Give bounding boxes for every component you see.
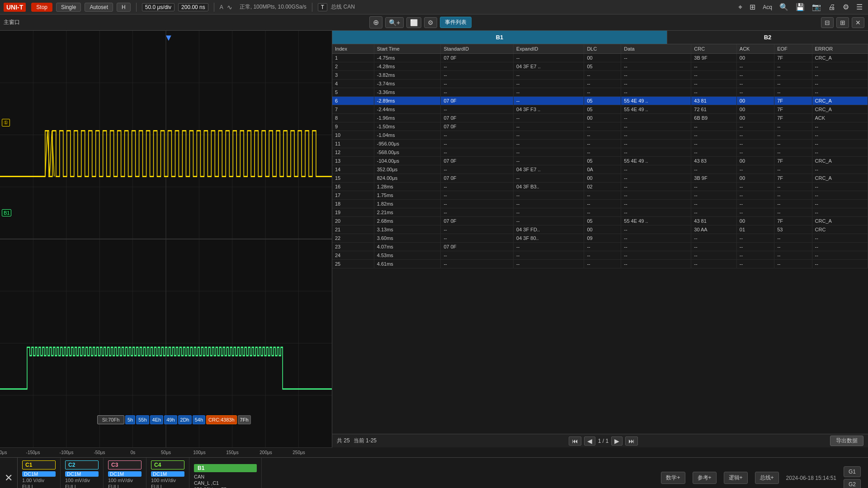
cursor-icon[interactable]: ⌖ — [736, 2, 744, 12]
table-row[interactable]: 3-3.82ms---------------- — [332, 71, 868, 80]
table-row[interactable]: 171.75ms---------------- — [332, 191, 868, 200]
prev-page-btn[interactable]: ◀ — [584, 436, 595, 446]
table-row[interactable]: 10-1.04ms---------------- — [332, 131, 868, 140]
camera-icon[interactable]: 📷 — [810, 2, 823, 12]
table-cell: -- — [691, 80, 737, 88]
table-cell: -3.82ms — [374, 71, 441, 80]
channel-label: A — [220, 4, 223, 10]
table-cell: 12 — [332, 148, 374, 157]
table-row[interactable]: 4-3.74ms---------------- — [332, 80, 868, 88]
channel-b1-info[interactable]: B1 CAN CAN_L ,C1 250.00kbps 75 — [189, 458, 262, 488]
table-row[interactable]: 223.60ms--04 3F 80..09---------- — [332, 234, 868, 243]
table-footer: 共 25 当前 1-25 ⏮ ◀ 1 / 1 ▶ ⏭ 导出数据 — [332, 434, 868, 447]
table-row[interactable]: 13-104.00μs07 0F--0555 4E 49 ..43 83007F… — [332, 157, 868, 165]
h-button[interactable]: H — [117, 3, 131, 12]
cursor-tool-btn[interactable]: ⊕ — [369, 16, 382, 28]
table-cell: -- — [736, 80, 774, 88]
window-max-btn[interactable]: ⊞ — [836, 17, 849, 28]
ref-plus-btn[interactable]: 参考+ — [693, 472, 717, 484]
table-row[interactable]: 181.82ms---------------- — [332, 200, 868, 208]
table-cell: 2.21ms — [374, 208, 441, 217]
channel-c4-info[interactable]: C4 DC1M 100 mV/div FULL 1X — [146, 458, 189, 488]
table-row[interactable]: 192.21ms---------------- — [332, 208, 868, 217]
table-cell: -- — [441, 200, 514, 208]
table-row[interactable]: 161.28ms--04 3F B3..02---------- — [332, 183, 868, 191]
math-plus-btn[interactable]: 数学+ — [661, 472, 685, 484]
last-page-btn[interactable]: ⏭ — [625, 436, 638, 446]
table-row[interactable]: 2-4.28ms--04 3F E7 ..05---------- — [332, 62, 868, 71]
g1-btn[interactable]: G1 — [844, 466, 861, 477]
table-row[interactable]: 12-568.00μs---------------- — [332, 148, 868, 157]
table-row[interactable]: 202.68ms07 0F--0555 4E 49 ..43 81007FCRC… — [332, 217, 868, 225]
table-cell: 23 — [332, 243, 374, 251]
settings-icon[interactable]: ⚙ — [841, 2, 851, 12]
acq-button[interactable]: Acq — [761, 3, 774, 11]
channel-c2-info[interactable]: C2 DC1M 100 mV/div FULL 1X — [61, 458, 104, 488]
table-cell: -2.89ms — [374, 97, 441, 105]
first-page-btn[interactable]: ⏮ — [569, 436, 581, 446]
table-cell: 55 4E 49 .. — [621, 97, 691, 105]
measure-icon[interactable]: ⊞ — [748, 2, 757, 12]
window-close-btn[interactable]: ✕ — [852, 17, 864, 28]
time-div-value[interactable]: 50.0 μs/div — [142, 3, 175, 11]
autoset-button[interactable]: Autoset — [85, 3, 113, 12]
save-icon[interactable]: 💾 — [794, 2, 807, 12]
table-cell: -- — [691, 208, 737, 217]
table-row[interactable]: 213.13ms--04 3F FD..00--30 AA0153CRC — [332, 225, 868, 234]
event-table-button[interactable]: 事件列表 — [440, 17, 472, 28]
single-button[interactable]: Single — [56, 3, 81, 12]
table-row[interactable]: 11-956.00μs---------------- — [332, 140, 868, 148]
table-cell: -956.00μs — [374, 140, 441, 148]
table-cell: 4.07ms — [374, 243, 441, 251]
time-value[interactable]: 200.00 ns — [178, 3, 208, 11]
table-cell: 00 — [736, 97, 774, 105]
table-cell: 07 0F — [441, 97, 514, 105]
logic-plus-btn[interactable]: 逻辑+ — [724, 472, 748, 484]
table-row[interactable]: 8-1.96ms07 0F--00--6B B9007FACK — [332, 114, 868, 122]
channel-c3-info[interactable]: C3 DC1M 100 mV/div FULL 1X — [104, 458, 146, 488]
c4-mode: FULL — [151, 484, 184, 488]
next-page-btn[interactable]: ▶ — [611, 436, 623, 446]
stop-button[interactable]: Stop — [31, 3, 52, 12]
close-button[interactable]: ✕ — [5, 472, 13, 484]
table-row[interactable]: 7-2.44ms--04 3F F3 ..0555 4E 49 ..72 610… — [332, 105, 868, 114]
zoom-btn[interactable]: 🔍+ — [385, 17, 404, 28]
table-cell: -- — [584, 148, 621, 157]
table-scroll[interactable]: Index Start Time StandardID ExpandID DLC… — [332, 44, 868, 434]
table-cell: CRC_A — [812, 97, 868, 105]
channel-c1-info[interactable]: C1 DC1M 1.00 V/div FULL 1X — [18, 458, 61, 488]
table-row[interactable]: 244.53ms---------------- — [332, 251, 868, 260]
table-row[interactable]: 15824.00μs07 0F--00--3B 9F007FCRC_A — [332, 174, 868, 183]
table-row[interactable]: 6-2.89ms07 0F--0555 4E 49 ..43 81007FCRC… — [332, 97, 868, 105]
table-cell: 3.13ms — [374, 225, 441, 234]
rect-btn[interactable]: ⬜ — [406, 17, 421, 28]
grid-settings-btn[interactable]: ⚙ — [424, 17, 437, 28]
table-row[interactable]: 254.61ms---------------- — [332, 260, 868, 268]
table-row[interactable]: 1-4.75ms07 0F--00--3B 9F007FCRC_A — [332, 54, 868, 62]
waveform-area[interactable]: ▼ ① B1 SI:70Fh 5h 55h 4Eh 49h 2Dh 54h CR… — [0, 31, 332, 447]
table-cell: -- — [774, 234, 812, 243]
menu-icon[interactable]: ☰ — [854, 2, 864, 12]
export-data-btn[interactable]: 导出数据 — [830, 436, 863, 446]
table-cell: -- — [774, 251, 812, 260]
table-cell: 53 — [774, 225, 812, 234]
table-cell: CRC_A — [812, 54, 868, 62]
table-cell: 00 — [736, 157, 774, 165]
table-cell: 3.60ms — [374, 234, 441, 243]
c2-coupling: DC1M — [65, 471, 99, 477]
table-cell: -- — [514, 148, 584, 157]
window-label: 主窗口 — [4, 19, 20, 26]
table-row[interactable]: 14352.00μs--04 3F E7 ..0A---------- — [332, 165, 868, 174]
print-icon[interactable]: 🖨 — [826, 2, 837, 12]
table-row[interactable]: 9-1.50ms07 0F-------------- — [332, 122, 868, 131]
table-cell: 05 — [584, 97, 621, 105]
search-icon[interactable]: 🔍 — [778, 2, 790, 12]
window-split-btn[interactable]: ⊟ — [821, 17, 834, 28]
bus-plus-btn[interactable]: 总线+ — [755, 472, 779, 484]
trigger-label: T — [318, 3, 327, 11]
table-cell: 04 3F F3 .. — [514, 105, 584, 114]
table-row[interactable]: 5-3.36ms---------------- — [332, 88, 868, 97]
table-cell: -- — [621, 200, 691, 208]
table-row[interactable]: 234.07ms07 0F-------------- — [332, 243, 868, 251]
g2-btn[interactable]: G2 — [844, 479, 861, 488]
